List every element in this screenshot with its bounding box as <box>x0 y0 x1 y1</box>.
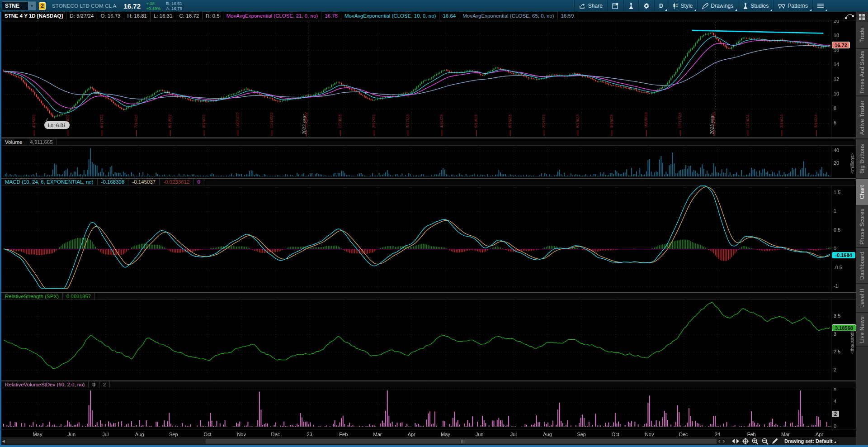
dropdown-corner <box>770 9 772 11</box>
rvsd-value-2: 2 <box>99 381 110 388</box>
stat-date: D: 3/27/24 <box>66 12 97 20</box>
hamburger-icon <box>817 3 824 9</box>
dropdown-corner <box>735 9 737 11</box>
study-ema21-label[interactable]: MovAvgExponential (CLOSE, 21, 0, no) <box>223 12 321 20</box>
scroll-page-arrows[interactable]: ‹› <box>717 438 729 444</box>
patterns-label: Patterns <box>788 3 808 9</box>
macd-label[interactable]: MACD (10, 24, 6, EXPONENTIAL, no) <box>1 179 98 185</box>
sidebar-tab-active-trader[interactable]: Active Trader <box>856 96 868 139</box>
sidebar-tab-dashboard[interactable]: Dashboard <box>856 248 868 284</box>
sidebar-tab-live-news[interactable]: Live News <box>856 313 868 347</box>
volume-panel-header: Volume 4,911,665 <box>1 138 856 146</box>
share-icon <box>579 3 586 9</box>
pan-horizontal-icon[interactable] <box>732 438 739 444</box>
charts-canvas[interactable] <box>0 20 856 437</box>
studies-button[interactable]: Studies <box>738 0 773 12</box>
top-toolbar: STNE ▼ 2 STONECO LTD COM CL A 16.72 +.08… <box>0 0 868 12</box>
stat-low: L: 16.31 <box>151 12 176 20</box>
sidebar-filler <box>856 347 868 445</box>
bid-value: B: 16.61 <box>166 1 182 6</box>
study-ema65-label[interactable]: MovAvgExponential (CLOSE, 65, 0, no) <box>459 12 557 20</box>
study-ema10-value: 16.64 <box>439 12 459 20</box>
timeframe-button[interactable]: D <box>654 0 668 12</box>
studies-label: Studies <box>750 3 769 9</box>
study-ema10-label[interactable]: MovAvgExponential (CLOSE, 10, 0, no) <box>341 12 439 20</box>
alerts-badge[interactable]: 2 <box>39 2 46 10</box>
chart-header-row: STNE 4 Y 1D [NASDAQ] D: 3/27/24 O: 16.73… <box>1 12 856 20</box>
stat-close: C: 16.72 <box>176 12 203 20</box>
drawings-label: Drawings <box>711 3 733 9</box>
sidebar-tab-trade[interactable]: Trade <box>856 22 868 49</box>
rvsd-axis-bubble: 2 <box>832 411 839 417</box>
flask-icon <box>743 3 748 9</box>
sidebar-tab-big-buttons[interactable]: Big Buttons <box>856 139 868 179</box>
symbol-text: STNE <box>2 3 28 9</box>
dropdown-corner <box>834 441 836 443</box>
calendar-clock-icon <box>612 3 619 9</box>
rs-value: 0.0031857 <box>63 293 95 300</box>
sidebar-tab-phase-scores[interactable]: Phase Scores <box>856 206 868 248</box>
left-edge-accent <box>0 12 1 445</box>
candle-icon <box>673 3 679 9</box>
company-name: STONECO LTD COM CL A <box>52 3 116 9</box>
volume-value: 4,911,665 <box>26 138 57 145</box>
rvsd-value-0: 0 <box>89 381 99 388</box>
status-bar: ◀ ‹› Drawing set: Default <box>0 437 856 445</box>
rvsd-panel-header: RelativeVolumeStDev (60, 2.0, no) 0 2 <box>1 381 856 388</box>
symbol-input[interactable]: STNE ▼ <box>2 1 36 10</box>
chevron-down-icon[interactable]: ▼ <box>28 2 36 10</box>
bid-ask: B: 16.61 A: 16.75 <box>166 1 182 11</box>
low-marker-bubble: Lo: 6.81 <box>44 121 70 129</box>
drawing-set-selector[interactable]: Drawing set: Default <box>781 438 837 444</box>
scrollbar-grip <box>461 440 465 443</box>
volume-label[interactable]: Volume <box>1 138 26 145</box>
time-scrollbar[interactable] <box>7 439 717 444</box>
settings-button[interactable] <box>638 0 654 12</box>
sidebar-tab-level-ii[interactable]: Level II <box>856 284 868 313</box>
change-percent: +0.48% <box>146 6 161 11</box>
dropdown-corner <box>665 9 667 11</box>
stat-high: H: 16.81 <box>124 12 151 20</box>
change-value: +.08 <box>146 1 161 6</box>
timeframe-label: D <box>659 3 663 9</box>
pattern-icon <box>778 3 785 9</box>
rvsd-label[interactable]: RelativeVolumeStDev (60, 2.0, no) <box>1 381 89 388</box>
trading-platform-window: STNE ▼ 2 STONECO LTD COM CL A 16.72 +.08… <box>0 0 868 447</box>
style-button[interactable]: Style <box>668 0 698 12</box>
menu-button[interactable] <box>812 0 828 12</box>
stat-range: R: 0.5 <box>203 12 223 20</box>
pencil-icon <box>702 3 708 9</box>
last-price: 16.72 <box>123 2 141 10</box>
zoom-in-icon[interactable] <box>752 438 759 445</box>
sidebar-tab-chart[interactable]: Chart <box>856 179 868 206</box>
dropdown-corner <box>694 9 696 11</box>
pencil-icon[interactable] <box>772 438 778 444</box>
macd-axis-bubble: -0.1684 <box>832 252 855 258</box>
macd-panel-header: MACD (10, 24, 6, EXPONENTIAL, no) -0.168… <box>1 178 856 185</box>
zoom-out-icon[interactable] <box>762 438 769 445</box>
share-button[interactable]: Share <box>574 0 607 12</box>
rs-label[interactable]: RelativeStrength (SPX) <box>1 293 63 300</box>
notes-button[interactable] <box>607 0 623 12</box>
study-ema21-value: 16.78 <box>321 12 341 20</box>
analyze-button[interactable] <box>623 0 638 12</box>
macd-zero-value: 0 <box>193 179 204 185</box>
crosshair-circle-icon[interactable] <box>742 438 749 444</box>
drawing-tool-shortcut[interactable] <box>842 12 856 20</box>
gadget-grid-icon[interactable] <box>856 12 868 22</box>
patterns-button[interactable]: Patterns <box>773 0 812 12</box>
chart-nav-icons <box>729 438 781 445</box>
drawings-button[interactable]: Drawings <box>697 0 738 12</box>
rs-axis-bubble: 3.18568 <box>832 324 856 331</box>
curve-tool-icon <box>845 13 854 19</box>
dropdown-corner <box>810 9 811 11</box>
right-sidebar: Trade Times And Sales Active Trader Big … <box>856 12 868 445</box>
flask-icon <box>628 3 634 9</box>
ask-value: A: 16.75 <box>166 6 182 11</box>
sidebar-tab-times-and-sales[interactable]: Times And Sales <box>856 49 868 96</box>
bottom-edge-accent <box>0 445 868 447</box>
style-label: Style <box>681 3 693 9</box>
price-change: +.08 +0.48% <box>146 1 161 11</box>
macd-hist-value: -0.0233612 <box>160 179 193 185</box>
scrollbar-thumb[interactable] <box>206 439 717 444</box>
